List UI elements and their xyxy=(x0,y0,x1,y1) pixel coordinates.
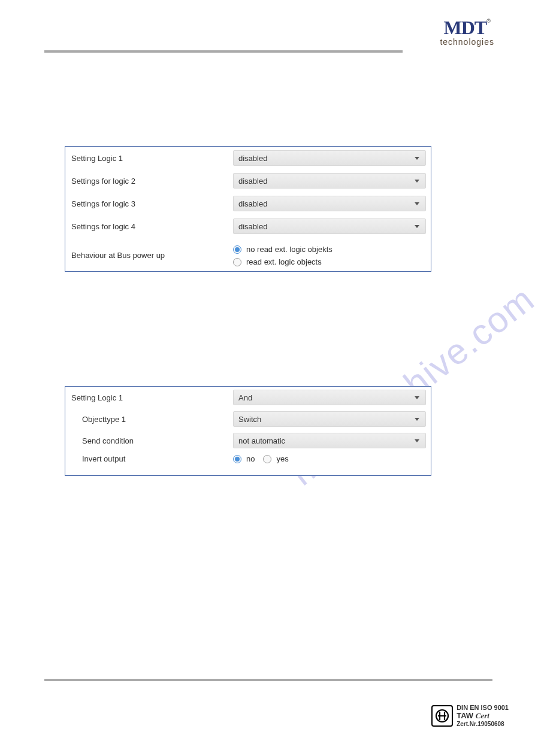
cert-mark-icon xyxy=(431,705,453,727)
invert-output-radio-group: no yes xyxy=(233,454,426,463)
setting-logic-1-label: Setting Logic 1 xyxy=(71,154,233,163)
brand-tagline: technologies xyxy=(440,37,494,47)
send-condition-label: Send condition xyxy=(71,436,233,445)
invert-no-radio[interactable] xyxy=(233,455,241,463)
cert-number: Zert.Nr.19050608 xyxy=(457,721,509,727)
objecttype-1-dropdown[interactable]: Switch xyxy=(233,411,426,427)
footer-divider xyxy=(44,679,492,681)
logic-detail-panel: Setting Logic 1 And Objecttype 1 Switch … xyxy=(65,386,431,476)
setting-logic-1-dropdown[interactable]: disabled xyxy=(233,150,426,166)
bus-read-radio[interactable] xyxy=(233,258,241,266)
settings-logic-3-label: Settings for logic 3 xyxy=(71,199,233,208)
bus-power-up-label: Behaviour at Bus power up xyxy=(71,244,233,260)
detail-setting-logic-1-value: And xyxy=(238,393,252,402)
bus-no-read-radio[interactable] xyxy=(233,245,241,254)
brand-logo: MDT® technologies xyxy=(440,18,494,47)
registered-mark: ® xyxy=(486,18,491,24)
settings-logic-2-label: Settings for logic 2 xyxy=(71,177,233,186)
settings-logic-2-dropdown[interactable]: disabled xyxy=(233,173,426,189)
settings-logic-3-value: disabled xyxy=(238,199,267,208)
objecttype-1-label: Objecttype 1 xyxy=(71,415,233,424)
invert-yes-radio[interactable] xyxy=(263,455,271,463)
bus-no-read-label: no read ext. logic objekts xyxy=(246,245,333,254)
setting-logic-1-value: disabled xyxy=(238,154,267,163)
bus-power-up-radio-group: no read ext. logic objekts read ext. log… xyxy=(233,244,426,266)
cert-iso: DIN EN ISO 9001 xyxy=(457,704,509,711)
send-condition-dropdown[interactable]: not automatic xyxy=(233,433,426,448)
detail-setting-logic-1-dropdown[interactable]: And xyxy=(233,390,426,405)
invert-no-label: no xyxy=(246,454,255,463)
bus-read-label: read ext. logic objects xyxy=(246,257,322,266)
cert-text: DIN EN ISO 9001 TAW Cert Zert.Nr.1905060… xyxy=(457,704,509,727)
objecttype-1-value: Switch xyxy=(238,415,261,424)
logic-overview-panel: Setting Logic 1 disabled Settings for lo… xyxy=(65,146,431,272)
brand-name: MDT xyxy=(444,17,487,38)
detail-setting-logic-1-label: Setting Logic 1 xyxy=(71,393,233,402)
cert-taw: TAW Cert xyxy=(457,711,509,721)
settings-logic-2-value: disabled xyxy=(238,177,267,186)
settings-logic-4-value: disabled xyxy=(238,222,267,231)
invert-yes-label: yes xyxy=(276,454,288,463)
header-divider xyxy=(44,50,403,53)
settings-logic-4-dropdown[interactable]: disabled xyxy=(233,218,426,234)
certification-badge: DIN EN ISO 9001 TAW Cert Zert.Nr.1905060… xyxy=(431,704,509,727)
settings-logic-4-label: Settings for logic 4 xyxy=(71,222,233,231)
invert-output-label: Invert output xyxy=(71,454,233,463)
settings-logic-3-dropdown[interactable]: disabled xyxy=(233,196,426,211)
send-condition-value: not automatic xyxy=(238,436,285,445)
